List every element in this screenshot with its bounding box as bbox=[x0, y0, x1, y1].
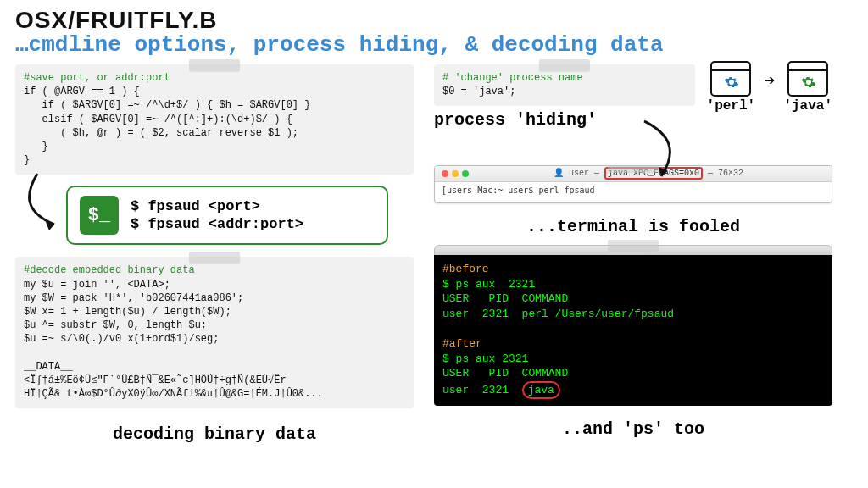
ps-before-line2: USER PID COMMAND bbox=[442, 292, 568, 305]
close-dot-icon bbox=[442, 170, 448, 177]
min-dot-icon bbox=[452, 170, 459, 177]
ps-java-highlight: java bbox=[522, 381, 560, 400]
page-subtitle: …cmdline options, process hiding, & deco… bbox=[15, 32, 853, 58]
decode-code-panel: #decode embedded binary data my $u = joi… bbox=[15, 257, 414, 408]
term-title-highlight: java XPC_FLAGS=0x0 bbox=[604, 167, 703, 180]
java-app-icon bbox=[787, 61, 828, 97]
save-code: if ( @ARGV == 1 ) { if ( $ARGV[0] =~ /^\… bbox=[24, 86, 310, 166]
gear-icon bbox=[801, 75, 816, 90]
process-icons: 'perl' ➔ 'java' bbox=[707, 61, 832, 114]
perl-app-icon bbox=[710, 61, 751, 97]
ps-before-heading: #before bbox=[442, 263, 489, 275]
terminal-caption: ...terminal is fooled bbox=[434, 217, 832, 236]
proc-rename-panel: # 'change' process name $0 = 'java'; bbox=[434, 64, 695, 105]
max-dot-icon bbox=[462, 170, 469, 177]
terminal-body: [users-Mac:~ user$ perl fpsaud bbox=[435, 182, 832, 202]
command-usage-box: $_ $ fpsaud <port> $ fpsaud <addr:port> bbox=[66, 186, 388, 245]
term-title-right: — 76×32 bbox=[708, 169, 743, 178]
arrow-right-icon: ➔ bbox=[764, 69, 775, 92]
page-title: OSX/FRUITFLY.B bbox=[15, 7, 853, 34]
save-comment: #save port, or addr:port bbox=[24, 72, 170, 84]
ps-output-panel: #before $ ps aux 2321 USER PID COMMAND u… bbox=[434, 245, 832, 406]
terminal-window: 👤 user — java XPC_FLAGS=0x0 — 76×32 [use… bbox=[434, 165, 832, 203]
save-port-code-panel: #save port, or addr:port if ( @ARGV == 1… bbox=[15, 64, 414, 174]
usage-line-1: $ fpsaud <port> bbox=[131, 197, 303, 215]
proc-comment: # 'change' process name bbox=[442, 72, 583, 84]
terminal-icon: $_ bbox=[80, 196, 119, 235]
gear-icon bbox=[724, 75, 739, 90]
ps-after-line1: $ ps aux 2321 bbox=[442, 352, 528, 365]
java-label: 'java' bbox=[783, 98, 832, 114]
ps-after-heading: #after bbox=[442, 337, 482, 350]
perl-label: 'perl' bbox=[707, 98, 756, 114]
decode-code: my $u = join '', <DATA>; my $W = pack 'H… bbox=[24, 279, 323, 401]
ps-after-line3a: user 2321 bbox=[442, 384, 522, 396]
term-title-left: user — bbox=[569, 169, 599, 178]
usage-line-2: $ fpsaud <addr:port> bbox=[131, 215, 303, 233]
ps-after-line2: USER PID COMMAND bbox=[442, 367, 568, 380]
decode-comment: #decode embedded binary data bbox=[24, 264, 195, 276]
ps-before-line3: user 2321 perl /Users/user/fpsaud bbox=[442, 308, 674, 320]
proc-code: $0 = 'java'; bbox=[442, 86, 515, 97]
ps-caption: ..and 'ps' too bbox=[434, 419, 832, 439]
decode-caption: decoding binary data bbox=[15, 424, 414, 444]
process-hiding-label: process 'hiding' bbox=[434, 110, 695, 130]
terminal-titlebar: 👤 user — java XPC_FLAGS=0x0 — 76×32 bbox=[435, 166, 832, 182]
ps-before-line1: $ ps aux 2321 bbox=[442, 278, 535, 291]
